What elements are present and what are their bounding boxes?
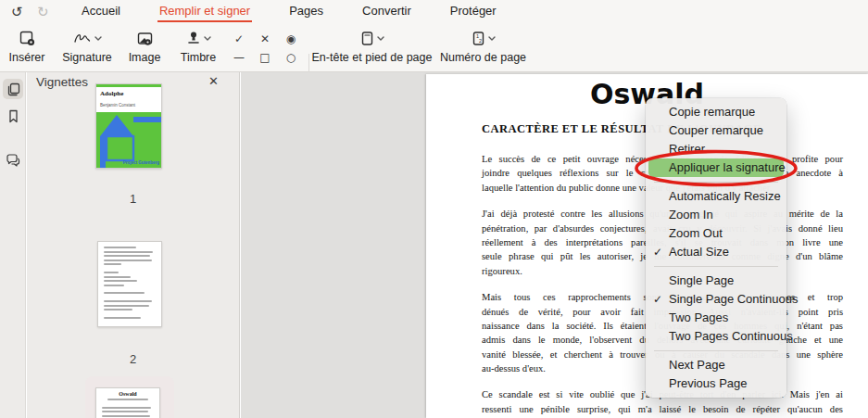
ribbon-tabs: Accueil Remplir et signer Pages Converti…: [80, 0, 498, 24]
bookmarks-panel-button[interactable]: [3, 106, 23, 126]
menu-item-couper-remarque[interactable]: Couper remarque: [646, 121, 786, 140]
chevron-down-icon: [377, 36, 384, 41]
chevron-down-icon: [488, 36, 496, 41]
stamp-label: Timbre: [181, 51, 216, 64]
menu-item-two-pages-continuous[interactable]: Two Pages Continuous: [646, 327, 786, 346]
page-thumbnail-3[interactable]: Oswald: [95, 387, 160, 418]
header-footer-button[interactable]: En-tête et pied de page: [309, 26, 434, 64]
bookmark-icon: [7, 109, 19, 123]
image-button[interactable]: Image: [124, 26, 165, 64]
thumbnails-panel-button[interactable]: [3, 79, 23, 99]
menu-item-single-page-continuous[interactable]: ✓ Single Page Continuous: [646, 290, 786, 309]
menu-item-actual-size[interactable]: ✓ Actual Size: [646, 243, 786, 261]
page-thumbnail-2[interactable]: [97, 241, 162, 327]
tab-proteger[interactable]: Protéger: [448, 2, 498, 22]
undo-icon[interactable]: ↺: [11, 2, 23, 22]
comments-panel-button[interactable]: [3, 150, 23, 171]
circle-shape-button[interactable]: ○: [286, 52, 296, 63]
cover-top-strip: [96, 84, 161, 87]
page-thumbnail-1[interactable]: Adolphe Benjamin Constant Project Gutenb…: [95, 83, 162, 169]
menu-item-appliquer-la-signature[interactable]: Appliquer la signature: [648, 158, 784, 177]
tab-pages[interactable]: Pages: [287, 2, 325, 22]
svg-text:2: 2: [479, 38, 482, 44]
menu-item-retirer[interactable]: Retirer: [646, 140, 786, 158]
app-window: ↺ ↻ Accueil Remplir et signer Pages Conv…: [0, 0, 868, 418]
menu-item-two-pages[interactable]: Two Pages: [646, 309, 786, 327]
image-label: Image: [129, 51, 161, 64]
signature-icon: [73, 31, 92, 45]
pages-icon: [6, 82, 20, 96]
menu-item-previous-page[interactable]: Previous Page: [646, 374, 786, 393]
toolbar: Insérer Signature: [0, 24, 868, 72]
thumbnails-sidebar: Vignettes ✕ Adolphe Benjamin Constant Pr…: [27, 72, 240, 418]
sidebar-title: Vignettes: [36, 75, 88, 89]
menu-separator: [654, 266, 778, 267]
cover-title: Adolphe: [100, 90, 123, 97]
checkmark-icon: ✓: [653, 290, 662, 309]
page-number-label: Numéro de page: [440, 51, 526, 64]
context-menu: Copie remarque Couper remarque Retirer A…: [646, 98, 786, 398]
cover-publisher: Project Gutenberg: [123, 160, 159, 165]
cross-shape-button[interactable]: ✕: [260, 33, 270, 44]
page-number-label-2: 2: [27, 352, 239, 366]
cover-author: Benjamin Constant: [100, 103, 135, 108]
redo-icon[interactable]: ↻: [37, 2, 49, 22]
menu-item-zoom-out[interactable]: Zoom Out: [646, 224, 786, 243]
tab-bar: ↺ ↻ Accueil Remplir et signer Pages Conv…: [0, 0, 868, 24]
menu-item-automatically-resize[interactable]: Automatically Resize: [646, 187, 786, 206]
menu-item-copie-remarque[interactable]: Copie remarque: [646, 103, 786, 121]
dash-shape-button[interactable]: —: [233, 52, 245, 63]
stamp-icon: [186, 31, 201, 46]
header-footer-icon: [360, 31, 374, 46]
page-number-label-1: 1: [27, 192, 239, 206]
insert-icon: [19, 26, 36, 50]
insert-button[interactable]: Insérer: [6, 26, 48, 64]
signature-label: Signature: [62, 51, 112, 64]
mini-page-title: Oswald: [102, 391, 154, 397]
page-number-button[interactable]: 1 2 Numéro de page: [439, 26, 527, 64]
menu-separator: [654, 350, 778, 351]
tab-accueil[interactable]: Accueil: [80, 2, 122, 22]
menu-item-single-page[interactable]: Single Page: [646, 272, 786, 290]
page-number-icon: 1 2: [472, 31, 485, 46]
chevron-down-icon: [94, 36, 102, 41]
chevron-down-icon: [204, 36, 211, 41]
menu-item-next-page[interactable]: Next Page: [646, 356, 786, 374]
close-icon[interactable]: ✕: [208, 74, 219, 88]
annotation-shape-buttons: ✓ ✕ ◉ — □ ○: [226, 30, 304, 67]
tab-convertir[interactable]: Convertir: [360, 2, 413, 22]
filled-dot-shape-button[interactable]: ◉: [286, 33, 296, 44]
square-shape-button[interactable]: □: [259, 52, 270, 63]
menu-item-zoom-in[interactable]: Zoom In: [646, 206, 786, 224]
image-icon: [136, 26, 154, 50]
menu-separator: [654, 182, 778, 183]
tab-remplir-et-signer[interactable]: Remplir et signer: [157, 2, 252, 22]
signature-button[interactable]: Signature: [57, 26, 117, 64]
comments-icon: [6, 154, 20, 167]
checkmark-shape-button[interactable]: ✓: [234, 33, 244, 44]
checkmark-icon: ✓: [653, 243, 662, 261]
header-footer-label: En-tête et pied de page: [312, 51, 433, 64]
navigation-rail: [0, 72, 26, 418]
stamp-button[interactable]: Timbre: [174, 26, 222, 64]
insert-label: Insérer: [9, 51, 45, 64]
